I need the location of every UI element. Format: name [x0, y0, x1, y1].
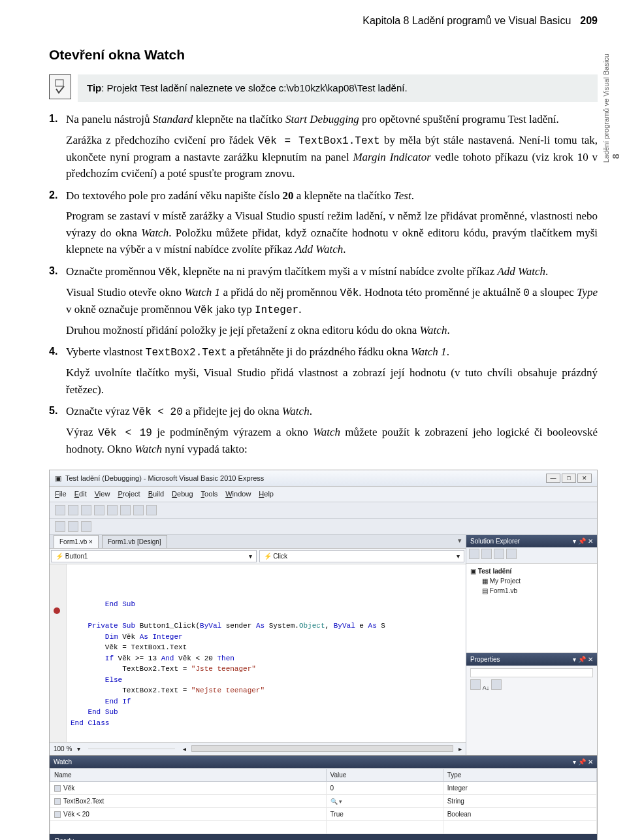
- tab-form-design[interactable]: Form1.vb [Design]: [102, 535, 167, 548]
- step-item: 1.Na panelu nástrojů Standard klepněte n…: [49, 111, 598, 182]
- side-tab: Ladění programů ve Visual Basicu 8: [602, 54, 622, 163]
- toolbar-button[interactable]: [94, 505, 104, 515]
- menu-item[interactable]: Tools: [201, 490, 218, 498]
- toolbar[interactable]: [50, 502, 597, 519]
- watch-panel[interactable]: Watch ▾ 📌 ✕ Name Value Type Věk0IntegerT…: [50, 755, 597, 835]
- tip-icon: [49, 74, 71, 99]
- properties-header[interactable]: Properties▾ 📌 ✕: [466, 653, 597, 666]
- menu-item[interactable]: Build: [148, 490, 164, 498]
- minimize-button[interactable]: —: [546, 474, 560, 483]
- watch-row[interactable]: Věk < 20TrueBoolean: [50, 808, 597, 821]
- ide-titlebar: ▣ Test ladění (Debugging) - Microsoft Vi…: [50, 470, 597, 487]
- close-button[interactable]: ✕: [577, 474, 592, 483]
- tab-form-vb[interactable]: Form1.vb ×: [54, 535, 99, 548]
- object-combo[interactable]: ⚡ Button1▾: [51, 550, 257, 562]
- step-item: 5.Označte výraz Věk < 20 a přidejte jej …: [49, 403, 598, 458]
- toolbar-button[interactable]: [81, 521, 91, 532]
- step-item: 4.Vyberte vlastnost TextBox2.Text a přet…: [49, 344, 598, 398]
- toolbar-button[interactable]: [133, 505, 144, 515]
- app-icon: ▣: [55, 473, 61, 484]
- section-title: Otevření okna Watch: [49, 44, 598, 65]
- running-header: Kapitola 8 Ladění programů ve Visual Bas…: [49, 13, 598, 29]
- solution-explorer-header[interactable]: Solution Explorer▾ 📌 ✕: [466, 535, 597, 547]
- watch-row[interactable]: TextBox2.Text 🔍 ▾String: [50, 794, 597, 808]
- solution-explorer-toolbar[interactable]: [466, 547, 597, 564]
- breakpoint-icon[interactable]: [54, 607, 60, 614]
- menu-item[interactable]: Project: [118, 490, 140, 498]
- solution-explorer-tree[interactable]: ▣ Test ladění ▦ My Project ▤ Form1.vb: [466, 564, 597, 653]
- step-item: 2.Do textového pole pro zadání věku napi…: [49, 187, 598, 258]
- watch-col-name[interactable]: Name: [50, 768, 327, 781]
- toolbar-button[interactable]: [68, 505, 78, 515]
- properties-panel[interactable]: A↓: [466, 666, 597, 754]
- menu-item[interactable]: Window: [225, 490, 251, 498]
- menu-item[interactable]: Help: [259, 490, 274, 498]
- editor-tabs[interactable]: Form1.vb × Form1.vb [Design] ▾: [50, 535, 466, 549]
- toolbar-button[interactable]: [55, 505, 65, 515]
- toolbar-secondary[interactable]: [50, 519, 597, 535]
- toolbar-button[interactable]: [120, 505, 131, 515]
- watch-row[interactable]: Věk0Integer: [50, 781, 597, 794]
- toolbar-button[interactable]: [146, 505, 157, 515]
- svg-rect-0: [56, 80, 63, 86]
- toolbar-button[interactable]: [81, 505, 91, 515]
- toolbar-button[interactable]: [68, 521, 78, 532]
- status-bar: Ready: [50, 834, 597, 840]
- event-combo[interactable]: ⚡ Click▾: [259, 550, 465, 562]
- menu-item[interactable]: Debug: [172, 490, 193, 498]
- watch-col-type[interactable]: Type: [443, 768, 596, 781]
- margin-indicator[interactable]: [50, 564, 67, 742]
- ide-screenshot: ▣ Test ladění (Debugging) - Microsoft Vi…: [49, 470, 598, 841]
- menu-item[interactable]: File: [55, 490, 67, 498]
- step-item: 3.Označte proměnnou Věk, klepněte na ni …: [49, 263, 598, 339]
- watch-row-empty[interactable]: [50, 821, 597, 834]
- menu-item[interactable]: Edit: [74, 490, 87, 498]
- watch-header[interactable]: Watch ▾ 📌 ✕: [50, 756, 597, 768]
- toolbar-button[interactable]: [107, 505, 118, 515]
- maximize-button[interactable]: □: [562, 474, 576, 483]
- watch-col-value[interactable]: Value: [326, 768, 443, 781]
- zoom-bar[interactable]: 100 %▾◂▸: [50, 742, 466, 755]
- menu-bar[interactable]: FileEditViewProjectBuildDebugToolsWindow…: [50, 487, 597, 502]
- code-editor[interactable]: End Sub Private Sub Button1_Click(ByVal …: [50, 564, 466, 742]
- tip-box: Tip: Projekt Test ladění naleznete ve sl…: [78, 74, 598, 103]
- menu-item[interactable]: View: [95, 490, 110, 498]
- toolbar-button[interactable]: [55, 521, 65, 532]
